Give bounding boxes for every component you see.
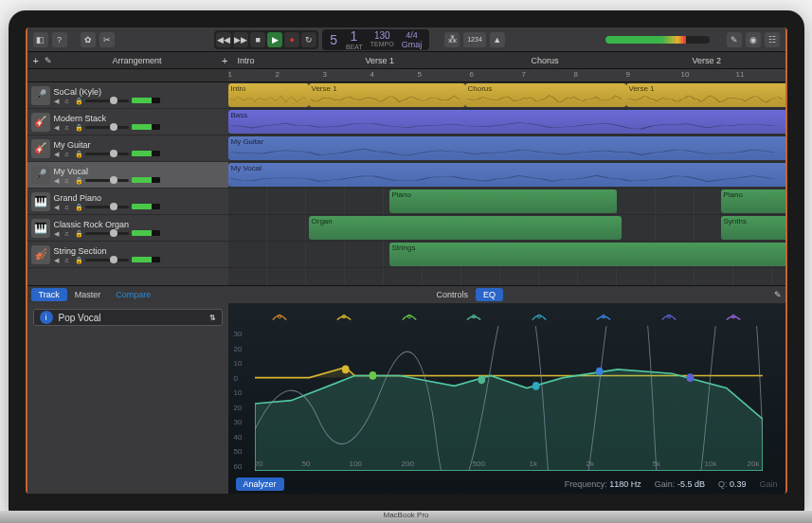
eq-band-selector[interactable] (660, 309, 677, 320)
volume-slider[interactable] (85, 126, 129, 129)
track-header[interactable]: 🎹 Grand Piano ◀ ♫ 🔒 (27, 189, 228, 215)
tab-controls[interactable]: Controls (429, 288, 477, 301)
lock-icon[interactable]: 🔒 (75, 177, 82, 183)
track-lane[interactable]: Bass (228, 109, 785, 135)
region[interactable]: Verse 1 (309, 83, 465, 107)
region[interactable]: Bass (228, 110, 785, 134)
mute-button[interactable]: ◀ (54, 151, 62, 156)
mute-button[interactable]: ◀ (54, 124, 62, 130)
tab-compare[interactable]: Compare (108, 288, 158, 301)
track-lane[interactable]: My Vocal (228, 162, 785, 189)
track-header[interactable]: 🎤 SoCal (Kyle) ◀ ♫ 🔒 (27, 82, 228, 109)
chevron-updown-icon: ⇅ (209, 314, 216, 322)
tab-master[interactable]: Master (67, 288, 109, 301)
rewind-button[interactable]: ◀◀ (216, 32, 231, 47)
count-in-button[interactable]: 1234 (463, 32, 486, 47)
track-header[interactable]: 🎸 My Guitar ◀ ♫ 🔒 (27, 135, 228, 162)
track-header[interactable]: 🎹 Classic Rock Organ ◀ ♫ 🔒 (27, 215, 228, 242)
region[interactable]: Chorus (465, 83, 626, 107)
eq-band-selector[interactable] (465, 309, 482, 320)
solo-button[interactable]: ♫ (64, 257, 72, 262)
cycle-button[interactable]: ↻ (301, 32, 316, 47)
lock-icon[interactable]: 🔒 (75, 98, 82, 103)
library-icon[interactable]: ◧ (33, 32, 48, 47)
volume-slider[interactable] (85, 153, 129, 155)
region[interactable]: My Vocal (228, 163, 785, 187)
mute-button[interactable]: ◀ (54, 257, 62, 262)
track-lane[interactable]: My Guitar (228, 135, 785, 162)
lock-icon[interactable]: 🔒 (75, 204, 82, 209)
track-lane[interactable]: IntroVerse 1ChorusVerse 1 (228, 82, 785, 109)
loops-icon[interactable]: ◉ (746, 32, 761, 47)
lock-icon[interactable]: 🔒 (75, 151, 82, 156)
solo-button[interactable]: ♫ (64, 151, 72, 156)
eq-band-selector[interactable] (595, 309, 612, 320)
preset-dropdown[interactable]: i Pop Vocal ⇅ (33, 309, 223, 326)
tuner-icon[interactable]: ⁂ (444, 32, 460, 47)
solo-button[interactable]: ♫ (64, 124, 72, 130)
region[interactable]: Organ (309, 216, 622, 240)
tab-track[interactable]: Track (31, 288, 67, 301)
region[interactable]: Strings (389, 243, 785, 266)
solo-button[interactable]: ♫ (64, 204, 72, 209)
mute-button[interactable]: ◀ (54, 177, 62, 183)
track-lane[interactable]: Strings (228, 242, 785, 268)
lock-icon[interactable]: 🔒 (75, 124, 82, 130)
scissors-icon[interactable]: ✂ (99, 32, 115, 47)
analyzer-button[interactable]: Analyzer (236, 478, 284, 491)
region[interactable]: Piano (721, 189, 785, 213)
lock-icon[interactable]: 🔒 (75, 230, 82, 236)
tab-eq[interactable]: EQ (476, 288, 503, 301)
track-header[interactable]: 🎻 String Section ◀ ♫ 🔒 (27, 242, 228, 268)
region[interactable]: Synths (721, 216, 785, 240)
metronome-icon[interactable]: ▲ (490, 32, 505, 47)
eq-band-selector[interactable] (271, 309, 288, 320)
master-volume-meter[interactable] (605, 36, 710, 44)
track-name: Modern Stack (54, 114, 225, 123)
region[interactable]: Verse 1 (626, 83, 785, 107)
play-button[interactable]: ▶ (267, 32, 282, 47)
region[interactable]: Intro (228, 83, 309, 107)
track-header[interactable]: 🎤 My Vocal ◀ ♫ 🔒 (27, 162, 228, 189)
settings-icon[interactable]: ✿ (81, 32, 96, 47)
lock-icon[interactable]: 🔒 (75, 257, 82, 262)
eq-band-selector[interactable] (531, 309, 548, 320)
region[interactable]: Piano (389, 189, 617, 213)
add-marker-icon[interactable]: + (222, 55, 227, 66)
eq-readout: Frequency: 1180 Hz Gain: -5.5 dB Q: 0.39… (565, 479, 778, 489)
lcd-bar: 5 (330, 32, 338, 47)
edit-icon[interactable]: ✎ (45, 56, 52, 65)
track-lane[interactable]: PianoPiano (228, 189, 785, 215)
edit-panel-icon[interactable]: ✎ (774, 290, 782, 299)
record-button[interactable]: ● (284, 32, 299, 47)
add-track-icon[interactable]: + (33, 55, 39, 66)
region[interactable]: My Guitar (228, 136, 785, 160)
help-icon[interactable]: ? (52, 32, 67, 47)
volume-slider[interactable] (85, 232, 129, 235)
eq-band-selector[interactable] (335, 309, 352, 320)
stop-button[interactable]: ■ (250, 32, 265, 47)
eq-band-selector[interactable] (725, 309, 742, 320)
solo-button[interactable]: ♫ (64, 230, 72, 236)
notepad-icon[interactable]: ✎ (727, 32, 742, 47)
solo-button[interactable]: ♫ (64, 98, 72, 103)
eq-band-selector[interactable] (401, 309, 418, 320)
timeline[interactable]: IntroVerse 1ChorusVerse 1BassMy GuitarMy… (228, 82, 785, 285)
info-icon[interactable]: i (40, 311, 53, 324)
volume-slider[interactable] (85, 206, 129, 208)
mute-button[interactable]: ◀ (54, 204, 62, 209)
solo-button[interactable]: ♫ (64, 177, 72, 183)
eq-graph[interactable] (255, 326, 763, 471)
bar-ruler[interactable]: 1234567891011 (27, 69, 785, 82)
track-lane[interactable]: OrganSynths (228, 215, 785, 242)
mute-button[interactable]: ◀ (54, 98, 62, 103)
mute-button[interactable]: ◀ (54, 230, 62, 236)
track-instrument-icon: 🎹 (31, 192, 50, 211)
forward-button[interactable]: ▶▶ (233, 32, 248, 47)
volume-slider[interactable] (85, 179, 129, 182)
volume-slider[interactable] (85, 99, 129, 102)
volume-slider[interactable] (85, 259, 129, 262)
track-header[interactable]: 🎸 Modern Stack ◀ ♫ 🔒 (27, 109, 228, 135)
media-icon[interactable]: ☷ (765, 32, 780, 47)
lcd-display[interactable]: 5 1BEAT 130TEMPO 4/4Gmaj (322, 29, 429, 50)
